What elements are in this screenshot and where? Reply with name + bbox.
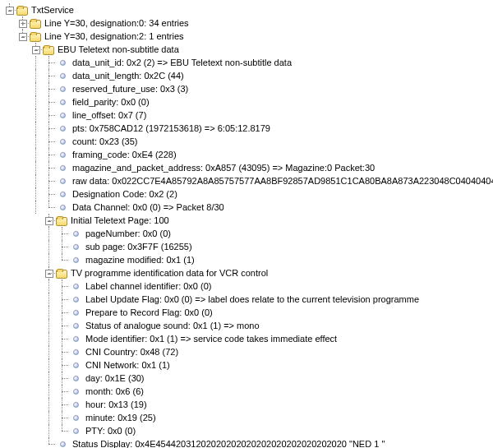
tree-leaf[interactable]: minute: 0x19 (25) [3, 411, 493, 424]
tree-connector [43, 437, 56, 448]
bullet-icon [56, 135, 69, 148]
tree-connector [56, 424, 69, 437]
tree-connector [30, 293, 43, 306]
bullet-icon [56, 109, 69, 122]
tree-connector [3, 253, 16, 266]
tree-node[interactable]: − Line Y=30, designation:2: 1 entries [3, 30, 493, 43]
expand-icon[interactable]: + [19, 20, 27, 28]
tree-connector [30, 240, 43, 253]
tree-node-root[interactable]: − TxtService [3, 3, 493, 16]
folder-open-icon [43, 46, 54, 55]
tree-connector [3, 30, 16, 43]
tree-connector [3, 385, 16, 398]
tree-view[interactable]: − TxtService + Line Y=30, designation:0:… [0, 0, 493, 448]
tree-node[interactable]: − TV programme identification data for V… [3, 266, 493, 279]
tree-connector [16, 385, 30, 398]
tree-connector [16, 187, 30, 201]
tree-leaf[interactable]: data_unit_length: 0x2C (44) [3, 69, 493, 82]
collapse-icon[interactable]: − [45, 270, 53, 278]
tree-node[interactable]: − EBU Teletext non-subtitle data [3, 43, 493, 56]
tree-connector [3, 240, 16, 253]
folder-open-icon [56, 270, 67, 279]
node-label: CNI Network: 0x1 (1) [85, 358, 170, 372]
tree-leaf[interactable]: framing_code: 0xE4 (228) [3, 148, 493, 161]
tree-connector [56, 279, 69, 293]
tree-leaf[interactable]: field_parity: 0x0 (0) [3, 95, 493, 109]
tree-leaf[interactable]: raw data: 0x022CC7E4A85792A8A85757577AA8… [3, 174, 493, 187]
tree-connector: − [43, 214, 56, 227]
tree-leaf[interactable]: hour: 0x13 (19) [3, 398, 493, 411]
node-label: reserved_future_use: 0x3 (3) [71, 82, 188, 95]
tree-leaf[interactable]: magazine_and_packet_address: 0xA857 (430… [3, 161, 493, 174]
tree-connector [16, 95, 30, 109]
tree-connector [16, 214, 30, 227]
collapse-icon[interactable]: − [6, 7, 14, 15]
tree-connector [43, 398, 56, 411]
tree-node[interactable]: + Line Y=30, designation:0: 34 entries [3, 16, 493, 30]
tree-leaf[interactable]: count: 0x23 (35) [3, 135, 493, 148]
node-label: minute: 0x19 (25) [85, 411, 156, 424]
tree-leaf[interactable]: reserved_future_use: 0x3 (3) [3, 82, 493, 95]
tree-connector [56, 358, 69, 372]
tree-leaf[interactable]: sub page: 0x3F7F (16255) [3, 240, 493, 253]
collapse-icon[interactable]: − [45, 217, 53, 225]
tree-connector [16, 411, 30, 424]
tree-connector [16, 201, 30, 214]
node-label: day: 0x1E (30) [85, 372, 145, 385]
collapse-icon[interactable]: − [32, 46, 40, 54]
tree-connector [16, 372, 30, 385]
tree-connector [30, 358, 43, 372]
tree-connector [43, 148, 56, 161]
bullet-icon [56, 95, 69, 109]
tree-leaf[interactable]: Designation Code: 0x2 (2) [3, 187, 493, 201]
tree-connector [16, 293, 30, 306]
tree-leaf[interactable]: pageNumber: 0x0 (0) [3, 227, 493, 240]
tree-leaf[interactable]: month: 0x6 (6) [3, 385, 493, 398]
tree-leaf[interactable]: CNI Network: 0x1 (1) [3, 358, 493, 372]
tree-leaf[interactable]: line_offset: 0x7 (7) [3, 109, 493, 122]
tree-connector: − [43, 266, 56, 279]
tree-connector [56, 240, 69, 253]
collapse-icon[interactable]: − [19, 33, 27, 41]
tree-connector [43, 411, 56, 424]
tree-connector [30, 109, 43, 122]
tree-leaf[interactable]: Mode identifier: 0x1 (1) => service code… [3, 332, 493, 345]
tree-leaf[interactable]: Prepare to Record Flag: 0x0 (0) [3, 306, 493, 319]
tree-connector [3, 358, 16, 372]
bullet-icon [69, 385, 82, 398]
tree-leaf[interactable]: CNI Country: 0x48 (72) [3, 345, 493, 358]
tree-connector [30, 135, 43, 148]
tree-connector [16, 306, 30, 319]
tree-node[interactable]: − Initial Teletext Page: 100 [3, 214, 493, 227]
tree-leaf[interactable]: data_unit_id: 0x2 (2) => EBU Teletext no… [3, 56, 493, 69]
folder-open-icon [30, 20, 41, 29]
tree-connector [3, 174, 16, 187]
tree-connector [16, 82, 30, 95]
tree-connector [16, 161, 30, 174]
tree-connector [3, 306, 16, 319]
tree-connector [43, 279, 56, 293]
tree-leaf[interactable]: Label channel identifier: 0x0 (0) [3, 279, 493, 293]
tree-leaf[interactable]: day: 0x1E (30) [3, 372, 493, 385]
node-label: Initial Teletext Page: 100 [70, 214, 169, 227]
tree-leaf[interactable]: Label Update Flag: 0x0 (0) => label does… [3, 293, 493, 306]
tree-leaf[interactable]: PTY: 0x0 (0) [3, 424, 493, 437]
tree-leaf[interactable]: magazine modified: 0x1 (1) [3, 253, 493, 266]
tree-connector [43, 69, 56, 82]
bullet-icon [56, 69, 69, 82]
tree-connector [30, 332, 43, 345]
tree-connector: + [16, 16, 30, 30]
tree-leaf[interactable]: Data Channel: 0x0 (0) => Packet 8/30 [3, 201, 493, 214]
tree-connector [16, 43, 30, 56]
tree-connector [3, 345, 16, 358]
tree-leaf[interactable]: Status Display: 0x4E45442031202020202020… [3, 437, 493, 448]
tree-connector [30, 148, 43, 161]
tree-leaf[interactable]: pts: 0x758CAD12 (1972153618) => 6:05:12.… [3, 122, 493, 135]
tree-connector [3, 82, 16, 95]
node-label: data_unit_length: 0x2C (44) [71, 69, 184, 82]
node-label: PTY: 0x0 (0) [85, 424, 136, 437]
bullet-icon [56, 174, 69, 187]
tree-leaf[interactable]: Status of analogue sound: 0x1 (1) => mon… [3, 319, 493, 332]
tree-connector [16, 437, 30, 448]
folder-open-icon [30, 33, 41, 42]
